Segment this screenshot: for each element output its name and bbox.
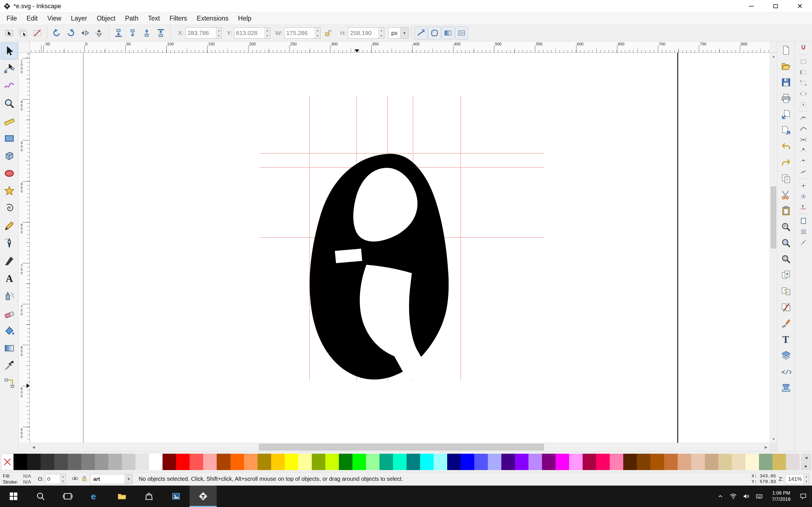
snap-nodes-button[interactable] [797, 113, 811, 123]
command-zoom-selection-button[interactable] [778, 235, 794, 251]
snap-page-border-button[interactable] [797, 216, 811, 226]
scroll-up-icon[interactable]: ▲ [770, 53, 777, 60]
rotate-cw-button[interactable] [64, 26, 77, 40]
tool-zoom-button[interactable] [1, 95, 18, 112]
tool-gradient-button[interactable] [1, 340, 18, 357]
command-print-button[interactable] [778, 91, 794, 106]
affect-corners-button[interactable] [428, 26, 441, 40]
color-swatch[interactable] [474, 454, 488, 470]
letter-e-path[interactable] [309, 153, 449, 380]
snap-line-midpoints-button[interactable] [797, 167, 811, 177]
snap-enable-button[interactable] [797, 43, 811, 53]
menu-help[interactable]: Help [233, 12, 256, 24]
guide-vertical[interactable] [461, 96, 461, 381]
command-layers-button[interactable] [778, 348, 794, 363]
snap-bbox-centers-button[interactable] [797, 99, 811, 109]
snap-text-baselines-button[interactable]: T [797, 202, 811, 212]
color-swatch[interactable] [772, 454, 786, 470]
menu-filters[interactable]: Filters [165, 12, 192, 24]
color-swatch[interactable] [190, 454, 203, 470]
tool-tweak-button[interactable] [1, 77, 18, 95]
lower-button[interactable] [126, 26, 140, 40]
layer-lock-toggle[interactable] [81, 475, 88, 483]
color-swatch[interactable] [420, 454, 434, 470]
color-swatch[interactable] [258, 454, 271, 470]
color-swatch[interactable] [407, 454, 420, 470]
snap-grids-button[interactable] [797, 226, 811, 237]
command-undo-button[interactable] [778, 139, 794, 154]
horizontal-scrollbar[interactable]: ◀ ▶ [30, 443, 770, 451]
color-swatch[interactable] [68, 454, 81, 470]
color-swatch[interactable] [786, 454, 800, 470]
raise-to-top-button[interactable] [154, 26, 168, 40]
command-clone-button[interactable] [778, 284, 794, 299]
taskbar-task-view-button[interactable] [54, 486, 81, 507]
color-swatch[interactable] [664, 454, 678, 470]
color-swatch[interactable] [488, 454, 501, 470]
tool-node-editor-button[interactable] [1, 60, 18, 77]
menu-view[interactable]: View [43, 12, 66, 24]
tool-pencil-button[interactable] [1, 217, 18, 234]
menu-file[interactable]: File [2, 12, 22, 24]
taskbar-search-button[interactable] [27, 486, 54, 507]
snap-bbox-corners-button[interactable] [797, 78, 811, 88]
affect-stroke-button[interactable] [415, 26, 427, 40]
color-swatch[interactable] [555, 454, 569, 470]
snap-cusp-nodes-button[interactable] [797, 145, 811, 155]
zoom-input[interactable] [786, 474, 804, 484]
taskbar-file-explorer-button[interactable] [108, 486, 136, 507]
affect-patterns-button[interactable] [455, 26, 468, 40]
command-new-document-button[interactable] [778, 43, 794, 58]
color-swatch[interactable] [623, 454, 637, 470]
tool-spray-button[interactable] [1, 287, 18, 304]
color-swatch[interactable] [447, 454, 461, 470]
menu-text[interactable]: Text [143, 12, 165, 24]
lock-width-height-button[interactable] [322, 27, 334, 39]
show-desktop-button[interactable] [810, 486, 812, 507]
color-swatch[interactable] [81, 454, 95, 470]
fill-stroke-indicator[interactable]: Fill:N/A Stroke:N/A [3, 473, 31, 485]
select-all-button[interactable] [2, 26, 16, 40]
tool-star-button[interactable] [1, 182, 18, 200]
tray-keyboard-button[interactable] [753, 486, 766, 507]
tool-ellipse-button[interactable] [1, 165, 18, 182]
color-swatch[interactable] [745, 454, 759, 470]
snap-bbox-button[interactable] [797, 56, 811, 66]
color-swatch[interactable] [529, 454, 542, 470]
menu-extensions[interactable]: Extensions [192, 12, 233, 24]
snap-guides-button[interactable] [797, 237, 811, 247]
color-swatch[interactable] [379, 454, 393, 470]
x-spinner[interactable]: ▲▼ [216, 27, 221, 38]
color-swatch[interactable] [136, 454, 149, 470]
color-swatch[interactable] [244, 454, 258, 470]
tray-volume-button[interactable] [740, 486, 753, 507]
tool-bezier-pen-button[interactable] [1, 235, 18, 252]
color-swatch[interactable] [41, 454, 54, 470]
command-copy-button[interactable] [778, 171, 794, 186]
color-swatch[interactable] [501, 454, 515, 470]
tool-connector-button[interactable] [1, 375, 18, 392]
deselect-button[interactable] [31, 26, 44, 40]
command-align-distribute-button[interactable] [778, 380, 794, 395]
snap-bbox-edge-midpoints-button[interactable] [797, 89, 811, 99]
menu-edit[interactable]: Edit [22, 12, 43, 24]
opacity-input[interactable] [45, 474, 60, 484]
color-swatch[interactable] [163, 454, 176, 470]
color-swatch[interactable] [542, 454, 555, 470]
color-swatch[interactable] [691, 454, 705, 470]
vertical-ruler[interactable]: 1000950900850800750700650600550 [19, 53, 30, 443]
tool-text-button[interactable]: A [1, 270, 18, 287]
color-swatch[interactable] [54, 454, 68, 470]
command-paste-button[interactable] [778, 203, 794, 219]
tool-eraser-button[interactable] [1, 305, 18, 322]
tool-rectangle-button[interactable] [1, 130, 18, 147]
snap-object-centers-button[interactable] [797, 180, 811, 190]
color-swatch[interactable] [610, 454, 623, 470]
color-swatch[interactable] [27, 454, 41, 470]
color-swatch[interactable] [217, 454, 230, 470]
snap-rotation-centers-button[interactable] [797, 191, 811, 201]
y-input[interactable] [234, 27, 265, 38]
canvas[interactable] [30, 53, 770, 443]
command-redo-button[interactable] [778, 155, 794, 170]
flip-vertical-button[interactable] [92, 26, 106, 40]
